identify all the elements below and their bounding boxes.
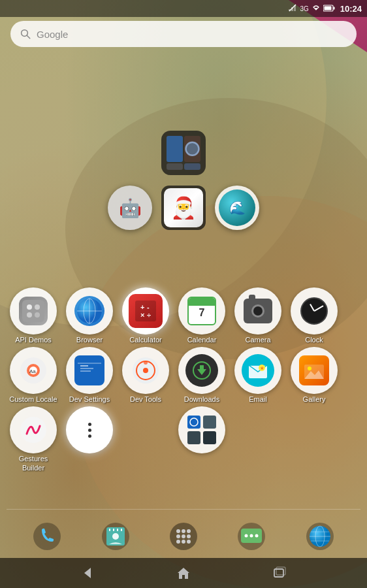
svg-point-69 <box>187 534 191 538</box>
svg-marker-85 <box>84 568 91 578</box>
svg-rect-32 <box>80 370 91 372</box>
svg-point-64 <box>176 529 180 533</box>
svg-rect-5 <box>333 7 334 9</box>
nav-apps-drawer[interactable] <box>167 519 200 553</box>
app-downloads[interactable]: Downloads <box>175 347 229 404</box>
nav-messaging[interactable] <box>234 519 268 553</box>
svg-rect-31 <box>80 368 93 369</box>
santa-icon[interactable]: 🎅 <box>161 186 206 230</box>
app-calculator-label: Calculator <box>129 336 162 344</box>
svg-rect-50 <box>187 416 200 429</box>
svg-rect-52 <box>203 416 216 429</box>
wifi-icon <box>311 3 321 14</box>
app-api-demos-label: API Demos <box>15 336 52 344</box>
svg-rect-61 <box>121 529 122 531</box>
svg-text:+: + <box>140 303 144 311</box>
app-gestures-builder[interactable]: Gestures Builder <box>7 406 60 472</box>
app-clock-label: Clock <box>305 336 323 344</box>
status-bar: 3G 10:24 <box>0 0 367 17</box>
svg-text:-: - <box>147 303 150 311</box>
app-gallery-label: Gallery <box>303 395 326 404</box>
svg-point-72 <box>187 540 191 544</box>
svg-point-77 <box>255 534 259 538</box>
status-time: 10:24 <box>340 4 362 14</box>
app-multi-2[interactable] <box>175 406 229 472</box>
app-custom-locale-label: Custom Locale <box>9 395 57 404</box>
svg-point-9 <box>186 142 199 155</box>
app-camera[interactable]: Camera <box>231 287 285 344</box>
app-browser-label: Browser <box>76 336 103 344</box>
app-dev-tools[interactable]: Dev Tools <box>119 347 172 404</box>
search-icon <box>20 28 31 40</box>
svg-rect-53 <box>187 431 200 444</box>
svg-rect-87 <box>274 569 283 577</box>
home-button[interactable] <box>170 560 197 586</box>
svg-rect-1 <box>289 9 291 11</box>
svg-rect-10 <box>22 300 44 322</box>
app-dev-settings-label: Dev Settings <box>69 395 110 404</box>
recents-button[interactable] <box>266 560 293 586</box>
svg-point-66 <box>187 529 191 533</box>
floating-icons-area: 🤖 🎅 🌊 <box>0 131 367 230</box>
svg-point-71 <box>182 540 185 544</box>
app-camera-label: Camera <box>245 336 270 344</box>
tablet-app-icon[interactable]: 🤖 <box>108 186 152 230</box>
app-email-label: Email <box>249 395 267 404</box>
app-browser[interactable]: Browser <box>63 287 116 344</box>
svg-rect-19 <box>135 301 156 321</box>
app-gestures-builder-label: Gestures Builder <box>8 455 59 472</box>
svg-rect-54 <box>203 431 216 444</box>
svg-rect-6 <box>324 6 331 10</box>
apps-row-2: Aa Custom Locale <box>7 347 360 404</box>
svg-rect-30 <box>80 365 88 367</box>
system-nav <box>0 558 367 588</box>
svg-text:Aa: Aa <box>29 368 36 374</box>
svg-rect-60 <box>117 529 118 531</box>
svg-text:★: ★ <box>260 366 264 370</box>
svg-rect-34 <box>82 379 97 381</box>
svg-point-13 <box>27 312 32 318</box>
search-placeholder: Google <box>37 29 68 40</box>
nav-internet[interactable] <box>303 519 337 553</box>
globe-water-icon[interactable]: 🌊 <box>215 186 259 230</box>
nav-phone[interactable] <box>30 519 64 553</box>
app-calendar-label: Calendar <box>187 336 217 344</box>
svg-marker-86 <box>178 568 189 579</box>
svg-point-65 <box>182 529 185 533</box>
app-more-menu[interactable] <box>63 406 116 472</box>
app-downloads-label: Downloads <box>184 395 219 404</box>
svg-line-8 <box>27 35 30 39</box>
svg-point-12 <box>35 304 40 310</box>
app-custom-locale[interactable]: Aa Custom Locale <box>7 347 60 404</box>
apps-row-1: API Demos <box>7 287 360 344</box>
svg-rect-29 <box>78 363 101 364</box>
app-dev-settings[interactable]: Dev Settings <box>63 347 116 404</box>
svg-point-70 <box>176 540 180 544</box>
svg-rect-2 <box>291 7 293 11</box>
multi-app-icon-top[interactable] <box>161 131 206 175</box>
app-dev-tools-label: Dev Tools <box>130 395 161 404</box>
bottom-nav <box>0 515 367 558</box>
signal-off-icon <box>288 3 297 14</box>
svg-point-67 <box>176 534 180 538</box>
app-api-demos[interactable]: API Demos <box>7 287 60 344</box>
floating-icon-row: 🤖 🎅 🌊 <box>108 186 259 230</box>
app-calculator[interactable]: + - × ÷ Calculator <box>119 287 172 344</box>
apps-container: API Demos <box>0 287 367 475</box>
svg-rect-3 <box>294 5 296 11</box>
app-gallery[interactable]: Gallery <box>287 347 341 404</box>
app-email[interactable]: ★ Email <box>231 347 285 404</box>
svg-rect-58 <box>109 529 110 531</box>
apps-row-3: Gestures Builder <box>7 406 360 472</box>
svg-rect-59 <box>113 529 114 531</box>
svg-point-55 <box>33 523 61 550</box>
svg-text:÷: ÷ <box>147 311 151 319</box>
app-calendar[interactable]: 7 Calendar <box>175 287 229 344</box>
back-button[interactable] <box>74 560 101 586</box>
svg-point-75 <box>245 534 248 538</box>
app-clock[interactable]: Clock <box>287 287 341 344</box>
svg-rect-33 <box>84 377 95 379</box>
3g-icon: 3G <box>300 5 308 12</box>
nav-contacts[interactable] <box>99 519 133 553</box>
search-bar[interactable]: Google <box>10 21 357 47</box>
